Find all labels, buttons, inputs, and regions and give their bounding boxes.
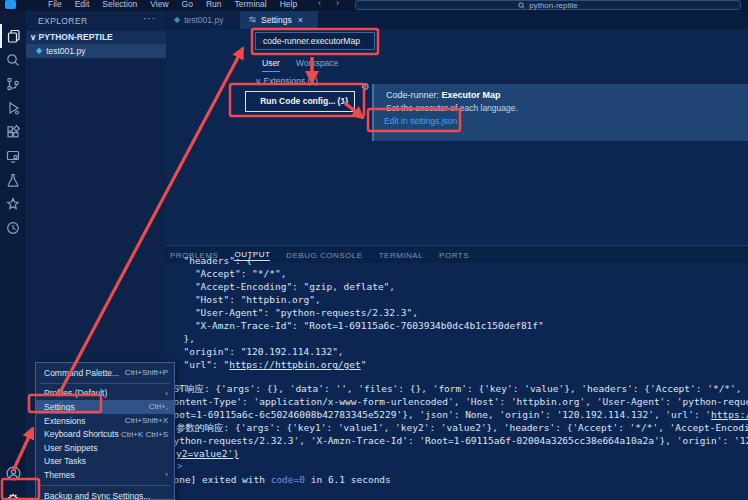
submenu-arrow-icon: › xyxy=(165,389,168,398)
output-text: "Accept-Encoding": "gzip, deflate", xyxy=(172,281,395,292)
output-text: "headers": { xyxy=(172,255,252,266)
nav-forward-icon[interactable]: › xyxy=(336,0,339,8)
menu-item-label: Extensions xyxy=(44,416,86,426)
menu-item-user-snippets[interactable]: User Snippets xyxy=(36,441,174,455)
testing-flask-icon[interactable] xyxy=(0,168,26,192)
menu-item-command-palette[interactable]: Command Palette...Ctrl+Shift+P xyxy=(36,366,174,380)
output-line: "X-Amzn-Trace-Id": "Root=1-69115a6c-7603… xyxy=(172,319,544,332)
titlebar-menu-file[interactable]: File xyxy=(48,0,62,9)
menu-item-user-tasks[interactable]: User Tasks xyxy=(36,455,174,469)
activity-bar: ⚙ xyxy=(0,11,26,500)
source-control-icon[interactable] xyxy=(0,72,26,96)
remote-explorer-icon[interactable] xyxy=(0,144,26,168)
menu-shortcut: Ctrl+Shift+P xyxy=(125,368,168,377)
output-json-block: "headers": { "Accept": "*/*", "Accept-En… xyxy=(172,254,544,371)
command-center-search[interactable]: python-reptile xyxy=(355,0,741,10)
manage-context-menu: Command Palette...Ctrl+Shift+PProfiles (… xyxy=(35,362,175,500)
output-line: }, xyxy=(172,332,544,345)
explorer-title: EXPLORER xyxy=(38,16,88,26)
explorer-header: EXPLORER ··· xyxy=(26,11,166,31)
menu-item-profiles-default[interactable]: Profiles (Default)› xyxy=(36,387,174,401)
vscode-logo-icon xyxy=(5,0,16,9)
folder-label: PYTHON-REPTILE xyxy=(39,32,113,42)
submenu-arrow-icon: › xyxy=(165,470,168,479)
plugin-icon[interactable] xyxy=(0,192,26,216)
menu-item-label: Profiles (Default) xyxy=(44,388,107,398)
search-icon[interactable] xyxy=(0,48,26,72)
output-line: "Accept": "*/*", xyxy=(172,267,544,280)
settings-tab-icon xyxy=(248,15,257,26)
titlebar-menu-edit[interactable]: Edit xyxy=(75,0,90,9)
vscode-window: FileEditSelectionViewGoRunTerminalHelp ‹… xyxy=(0,0,748,500)
explorer-icon[interactable] xyxy=(0,24,26,48)
folder-row-python-reptile[interactable]: ∨ PYTHON-REPTILE xyxy=(26,31,166,44)
settings-toc-extensions[interactable]: ∨ Extensions (1) xyxy=(255,76,318,86)
setting-gear-icon[interactable]: ⚙ xyxy=(361,81,370,92)
settings-scope-tabs: UserWorkspace xyxy=(262,58,338,72)
menu-item-label: Keyboard Shortcuts xyxy=(44,429,119,439)
menu-item-label: User Tasks xyxy=(44,456,86,466)
titlebar-menu-view[interactable]: View xyxy=(150,0,168,9)
setting-title: Code-runner: Executor Map xyxy=(386,90,501,100)
titlebar-menu-bar: FileEditSelectionViewGoRunTerminalHelp xyxy=(48,0,297,9)
extensions-icon[interactable] xyxy=(0,120,26,144)
scope-tab-workspace[interactable]: Workspace xyxy=(296,58,338,72)
output-text: "Host": "httpbin.org", xyxy=(172,294,321,305)
run-and-debug-icon[interactable] xyxy=(0,96,26,120)
fold-chevron-icon[interactable]: > xyxy=(177,461,182,471)
fold-chevron-icon[interactable]: > xyxy=(177,383,182,393)
menu-separator xyxy=(40,383,170,384)
setting-description: Set the executor of each language. xyxy=(386,103,518,113)
python-file-icon: ◆ xyxy=(36,47,42,55)
menu-item-themes[interactable]: Themes› xyxy=(36,468,174,482)
titlebar-menu-selection[interactable]: Selection xyxy=(102,0,137,9)
menu-item-label: Themes xyxy=(44,470,75,480)
tab-label: test001.py xyxy=(184,15,223,25)
menu-item-label: Settings xyxy=(44,402,75,412)
output-line: "Host": "httpbin.org", xyxy=(172,293,544,306)
menu-item-extensions[interactable]: ExtensionsCtrl+Shift+X xyxy=(36,414,174,428)
setting-hover-panel: Code-runner: Executor Map Set the execut… xyxy=(372,84,748,141)
timer-icon[interactable] xyxy=(0,216,26,240)
nav-back-icon[interactable]: ‹ xyxy=(318,0,321,8)
output-text: "User-Agent": "python-requests/2.32.3", xyxy=(172,307,418,318)
explorer-more-actions-icon[interactable]: ··· xyxy=(143,13,156,24)
menu-item-settings[interactable]: SettingsCtrl+, xyxy=(36,400,174,414)
output-text: "X-Amzn-Trace-Id": "Root=1-69115a6c-7603… xyxy=(172,320,544,331)
output-line: "Accept-Encoding": "gzip, deflate", xyxy=(172,280,544,293)
edit-in-settings-json-link[interactable]: Edit in settings.json xyxy=(384,116,457,126)
menu-separator xyxy=(40,485,170,486)
titlebar-menu-terminal[interactable]: Terminal xyxy=(235,0,267,9)
manage-gear-icon[interactable]: ⚙ xyxy=(0,488,26,500)
output-text: "url": " xyxy=(172,359,229,370)
editor-tab-bar: ◆ test001.py Settings × xyxy=(166,11,748,29)
output-line: "url": "https://httpbin.org/get" xyxy=(172,358,544,371)
menu-shortcut: Ctrl+K Ctrl+S xyxy=(121,430,168,439)
output-link[interactable]: https://httpbin.org/get xyxy=(229,359,361,370)
menu-item-label: User Snippets xyxy=(44,443,97,453)
file-label: test001.py xyxy=(46,46,85,56)
run-code-config-item[interactable]: Run Code config... (1) xyxy=(245,91,355,112)
tab-label: Settings xyxy=(261,15,292,25)
python-file-icon: ◆ xyxy=(174,16,180,24)
output-line: "origin": "120.192.114.132", xyxy=(172,345,544,358)
file-row-test001[interactable]: ◆ test001.py xyxy=(26,44,166,58)
menu-item-label: Command Palette... xyxy=(44,368,119,378)
titlebar-menu-go[interactable]: Go xyxy=(182,0,193,9)
menu-shortcut: Ctrl+, xyxy=(149,402,168,411)
menu-item-keyboard-shortcuts[interactable]: Keyboard ShortcutsCtrl+K Ctrl+S xyxy=(36,427,174,441)
tab-test001-py[interactable]: ◆ test001.py xyxy=(166,11,240,29)
settings-search-input[interactable]: code-runner.executorMap xyxy=(255,32,375,50)
menu-item-label: Backup and Sync Settings... xyxy=(44,491,150,500)
titlebar: FileEditSelectionViewGoRunTerminalHelp ‹… xyxy=(0,0,748,11)
titlebar-menu-run[interactable]: Run xyxy=(206,0,222,9)
output-text: }, xyxy=(172,333,195,344)
folder-chevron-icon: ∨ xyxy=(30,32,36,42)
account-icon[interactable] xyxy=(0,461,26,485)
titlebar-menu-help[interactable]: Help xyxy=(280,0,297,9)
scope-tab-user[interactable]: User xyxy=(262,58,280,72)
output-text: "origin": "120.192.114.132", xyxy=(172,346,344,357)
menu-item-backup-and-sync-settings[interactable]: Backup and Sync Settings... xyxy=(36,489,174,500)
tab-settings[interactable]: Settings × xyxy=(240,11,318,29)
close-icon[interactable]: × xyxy=(298,15,303,25)
